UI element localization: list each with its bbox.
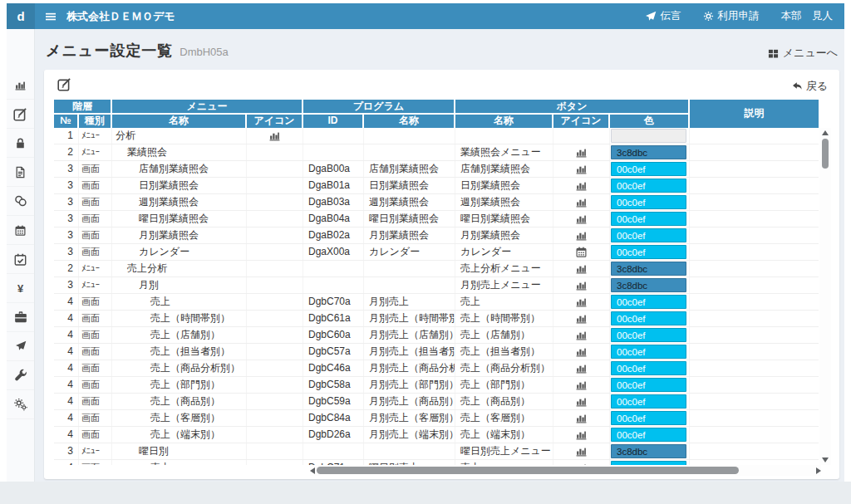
cell-menu-name: 売上（商品分析別） xyxy=(112,360,247,376)
edit-icon xyxy=(13,107,27,121)
color-swatch[interactable]: 00c0ef xyxy=(611,428,686,442)
color-swatch[interactable]: 00c0ef xyxy=(611,311,686,325)
scroll-left-arrow-icon[interactable] xyxy=(310,467,315,474)
table-row[interactable]: 4画面売上（店舗別）DgbC60a月別売上（店舗別）売上（店舗別）00c0ef xyxy=(54,327,819,344)
cell-button-name: 売上（端末別） xyxy=(455,427,553,443)
user-menu[interactable]: 本部 見人 xyxy=(781,9,834,23)
sidebar-toggle-button[interactable] xyxy=(35,3,66,29)
chart-icon xyxy=(576,296,587,307)
cell-button-color: 3c8dbc xyxy=(610,144,690,160)
table-row[interactable]: 4画面売上（商品分析別）DgbC46a月別売上（商品分析別）売上（商品分析別）0… xyxy=(54,360,819,377)
cell-menu-name: 売上（店舗別） xyxy=(112,327,247,343)
page-title-text: メニュー設定一覧 xyxy=(46,42,173,59)
horizontal-scrollbar[interactable] xyxy=(310,465,821,476)
table-row[interactable]: 4画面売上（客層別）DgbC84a月別売上（客層別）売上（客層別）00c0ef xyxy=(54,410,819,427)
sidebar-item-briefcase[interactable] xyxy=(7,303,34,332)
sidebar-item-yen[interactable]: ¥ xyxy=(7,274,34,303)
sidebar-item-coins[interactable] xyxy=(7,187,34,216)
cell-menu-icon xyxy=(247,394,303,409)
edit-icon xyxy=(57,77,71,91)
table-row[interactable]: 1ﾒﾆｭｰ分析 xyxy=(54,128,819,144)
table-row[interactable]: 3画面日別業績照会DgaB01a日別業績照会日別業績照会00c0ef xyxy=(54,178,819,194)
messages-link[interactable]: 伝言 xyxy=(645,9,681,23)
cell-type: 画面 xyxy=(79,360,112,376)
color-swatch[interactable]: 00c0ef xyxy=(611,361,686,375)
header-button-icon: アイコン xyxy=(553,115,610,128)
cell-menu-name: 曜日別業績照会 xyxy=(112,211,247,227)
scroll-right-arrow-icon[interactable] xyxy=(816,467,821,474)
gear-icon xyxy=(703,11,714,22)
horizontal-scroll-thumb[interactable] xyxy=(317,467,739,474)
sidebar-item-calendar[interactable] xyxy=(7,216,34,245)
color-swatch[interactable]: 00c0ef xyxy=(611,195,686,209)
table-row[interactable]: 3画面月別業績照会DgaB02a月別業績照会月別業績照会00c0ef xyxy=(54,228,819,244)
table-row[interactable]: 3画面曜日別業績照会DgaB04a曜日別業績照会曜日別業績照会00c0ef xyxy=(54,211,819,228)
page-title: メニュー設定一覧DmbH05a xyxy=(46,41,229,61)
back-button[interactable]: 戻る xyxy=(791,79,828,94)
table-row[interactable]: 3ﾒﾆｭｰ曜日別曜日別売上メニュー3c8dbc xyxy=(54,443,819,460)
cell-description xyxy=(690,360,819,376)
color-swatch[interactable]: 00c0ef xyxy=(611,295,686,309)
sidebar-item-wrench[interactable] xyxy=(7,361,34,390)
color-swatch[interactable]: 00c0ef xyxy=(611,328,686,342)
sidebar-item-edit[interactable] xyxy=(7,100,34,129)
color-swatch[interactable]: 3c8dbc xyxy=(611,145,686,159)
cell-menu-name: 売上（商品別） xyxy=(112,394,247,409)
cell-button-icon xyxy=(553,244,610,260)
to-menu-link[interactable]: メニューへ xyxy=(768,46,838,61)
table-row[interactable]: 4画面売上DgbC70a月別売上売上00c0ef xyxy=(54,294,819,311)
chart-icon xyxy=(576,446,587,457)
color-swatch[interactable]: 3c8dbc xyxy=(611,444,686,458)
cell-no: 4 xyxy=(54,327,79,343)
table-row[interactable]: 4画面売上（時間帯別）DgbC61a月別売上（時間帯別）売上（時間帯別）00c0… xyxy=(54,311,819,327)
color-swatch[interactable]: 00c0ef xyxy=(611,394,686,409)
scroll-down-arrow-icon[interactable] xyxy=(822,458,829,462)
cell-menu-name: 店舗別業績照会 xyxy=(112,161,247,177)
cell-description xyxy=(690,178,819,193)
color-swatch[interactable]: 3c8dbc xyxy=(611,262,686,276)
sidebar-item-calendar-check[interactable] xyxy=(7,245,34,274)
table-row[interactable]: 2ﾒﾆｭｰ売上分析売上分析メニュー3c8dbc xyxy=(54,261,819,277)
color-swatch[interactable]: 00c0ef xyxy=(611,212,686,226)
table-row[interactable]: 3画面店舗別業績照会DgaB00a店舗別業績照会店舗別業績照会00c0ef xyxy=(54,161,819,178)
cell-button-icon xyxy=(553,360,610,376)
table-row[interactable]: 4画面売上（部門別）DgbC58a月別売上（部門別）売上（部門別）00c0ef xyxy=(54,377,819,394)
color-swatch[interactable]: 00c0ef xyxy=(611,245,686,259)
color-swatch[interactable] xyxy=(611,129,686,143)
table-row[interactable]: 3ﾒﾆｭｰ月別月別売上メニュー3c8dbc xyxy=(54,277,819,294)
vertical-scrollbar[interactable] xyxy=(819,128,831,465)
chart-icon xyxy=(576,164,587,174)
sidebar-item-chart[interactable] xyxy=(7,71,34,100)
cell-button-color: 00c0ef xyxy=(610,211,690,227)
vertical-scroll-thumb[interactable] xyxy=(822,139,829,169)
cell-program-name: 月別売上（店舗別） xyxy=(364,327,455,343)
chart-icon xyxy=(15,80,26,91)
color-swatch[interactable]: 00c0ef xyxy=(611,228,686,242)
scroll-up-arrow-icon[interactable] xyxy=(822,130,829,135)
usage-apply-link[interactable]: 利用申請 xyxy=(703,9,760,23)
color-swatch[interactable]: 00c0ef xyxy=(611,378,686,392)
color-swatch[interactable]: 00c0ef xyxy=(611,345,686,359)
cell-button-color: 00c0ef xyxy=(610,377,690,393)
color-swatch[interactable]: 00c0ef xyxy=(611,179,686,193)
app-logo[interactable]: d xyxy=(7,3,35,29)
sidebar-item-file[interactable] xyxy=(7,158,34,187)
chart-icon xyxy=(576,379,587,390)
table-row[interactable]: 2ﾒﾆｭｰ業績照会業績照会メニュー3c8dbc xyxy=(54,144,819,161)
table-row[interactable]: 4画面売上（担当者別）DgbC57a月別売上（担当者別）売上（担当者別）00c0… xyxy=(54,344,819,360)
table-row[interactable]: 3画面週別業績照会DgaB03a週別業績照会週別業績照会00c0ef xyxy=(54,194,819,211)
sidebar-item-paper-plane[interactable] xyxy=(7,332,34,361)
header-no: № xyxy=(54,115,79,128)
color-swatch[interactable]: 3c8dbc xyxy=(611,278,686,292)
cell-type: 画面 xyxy=(79,294,112,310)
cell-description xyxy=(690,244,819,260)
color-swatch[interactable]: 00c0ef xyxy=(611,162,686,176)
sidebar-item-cogs[interactable] xyxy=(7,390,34,419)
table-row[interactable]: 3画面カレンダーDgaX00aカレンダーカレンダー00c0ef xyxy=(54,244,819,261)
edit-button[interactable] xyxy=(57,77,71,91)
color-swatch[interactable]: 00c0ef xyxy=(611,411,686,425)
sidebar-item-lock[interactable] xyxy=(7,129,34,158)
cell-menu-name: カレンダー xyxy=(112,244,247,260)
table-row[interactable]: 4画面売上（商品別）DgbC59a月別売上（商品別）売上（商品別）00c0ef xyxy=(54,394,819,410)
table-row[interactable]: 4画面売上（端末別）DgbD26a月別売上（端末別）売上（端末別）00c0ef xyxy=(54,427,819,443)
